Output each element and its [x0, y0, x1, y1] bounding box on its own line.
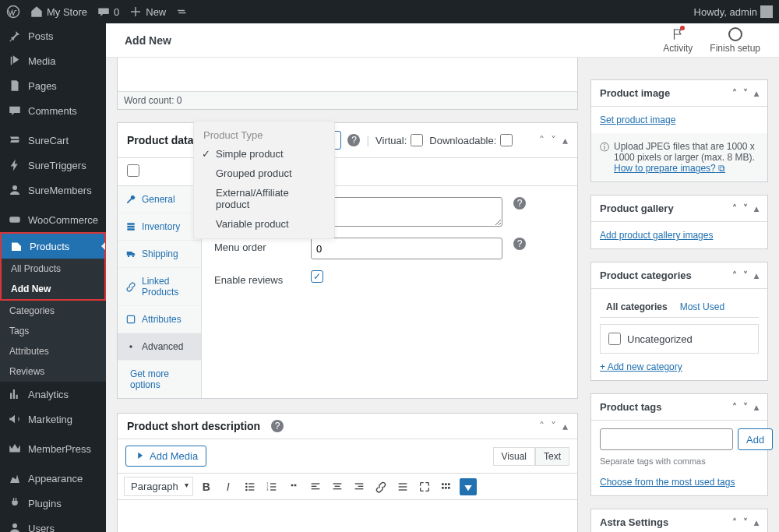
category-uncategorized[interactable]: Uncategorized — [608, 333, 750, 345]
submenu-categories[interactable]: Categories — [0, 301, 106, 321]
add-new-category-link[interactable]: + Add new category — [600, 361, 682, 372]
move-up-icon[interactable]: ˄ — [732, 517, 737, 528]
move-up-icon[interactable]: ˄ — [539, 420, 545, 432]
move-up-icon[interactable]: ˄ — [732, 88, 737, 99]
move-up-icon[interactable]: ˄ — [732, 203, 737, 214]
editor-canvas[interactable] — [118, 58, 577, 91]
virtual-checkbox[interactable] — [411, 134, 423, 146]
uncategorized-checkbox[interactable] — [608, 333, 621, 345]
add-media-button[interactable]: Add Media — [125, 446, 206, 467]
sidebar-item-appearance[interactable]: Appearance — [0, 466, 106, 491]
align-center-button[interactable] — [329, 478, 346, 495]
stray-checkbox[interactable] — [127, 164, 139, 177]
fullscreen-button[interactable] — [416, 478, 433, 495]
tab-shipping[interactable]: Shipping — [118, 241, 201, 268]
submenu-reviews[interactable]: Reviews — [0, 361, 106, 382]
toggle-icon[interactable]: ▴ — [754, 517, 759, 528]
submenu-add-new[interactable]: Add New — [2, 279, 104, 299]
comments-link[interactable]: 0 — [97, 5, 119, 19]
bold-button[interactable]: B — [198, 478, 215, 495]
move-down-icon[interactable]: ˅ — [743, 402, 748, 413]
toggle-icon[interactable]: ▴ — [754, 88, 759, 99]
sidebar-item-marketing[interactable]: Marketing — [0, 407, 106, 432]
tab-attributes[interactable]: Attributes — [118, 306, 201, 333]
short-description-editor[interactable] — [118, 499, 577, 532]
tag-input[interactable] — [600, 428, 733, 450]
set-product-image-link[interactable]: Set product image — [600, 115, 675, 125]
account-link[interactable]: Howdy, admin — [694, 5, 773, 18]
italic-button[interactable]: I — [220, 478, 237, 495]
move-down-icon[interactable]: ˅ — [743, 517, 748, 528]
move-down-icon[interactable]: ˅ — [743, 203, 748, 214]
text-tab[interactable]: Text — [535, 447, 569, 466]
submenu-all-products[interactable]: All Products — [2, 259, 104, 279]
sidebar-item-pages[interactable]: Pages — [0, 73, 106, 98]
tab-general[interactable]: General — [118, 186, 201, 213]
choose-most-used-tags-link[interactable]: Choose from the most used tags — [600, 477, 735, 488]
finish-setup-button[interactable]: Finish setup — [710, 27, 760, 54]
sidebar-item-suretriggers[interactable]: SureTriggers — [0, 153, 106, 178]
all-categories-tab[interactable]: All categories — [600, 297, 674, 317]
downloadable-toggle[interactable]: Downloadable: — [429, 134, 513, 146]
activity-button[interactable]: Activity — [663, 27, 693, 54]
toolbar-toggle-button[interactable] — [438, 478, 455, 495]
bullet-list-button[interactable] — [241, 478, 259, 495]
move-down-icon[interactable]: ˅ — [551, 420, 556, 432]
add-gallery-images-link[interactable]: Add product gallery images — [600, 230, 713, 241]
most-used-tab[interactable]: Most Used — [674, 297, 731, 317]
move-down-icon[interactable]: ˅ — [743, 88, 748, 99]
purchase-note-textarea[interactable] — [311, 197, 502, 227]
sidebar-item-woocommerce[interactable]: WooCommerce — [0, 207, 106, 232]
toggle-icon[interactable]: ▴ — [562, 134, 568, 146]
submenu-attributes[interactable]: Attributes — [0, 341, 106, 361]
quote-button[interactable] — [285, 478, 302, 495]
how-to-prepare-link[interactable]: How to prepare images? ⧉ — [614, 163, 725, 174]
insert-more-button[interactable] — [394, 478, 411, 495]
sidebar-item-analytics[interactable]: Analytics — [0, 382, 106, 407]
move-down-icon[interactable]: ˅ — [551, 134, 556, 146]
help-icon[interactable]: ? — [513, 238, 526, 250]
submenu-tags[interactable]: Tags — [0, 321, 106, 341]
visual-tab[interactable]: Visual — [493, 447, 535, 466]
virtual-toggle[interactable]: Virtual: — [375, 134, 423, 146]
toggle-icon[interactable]: ▴ — [754, 203, 759, 214]
numbered-list-button[interactable]: 123 — [263, 478, 280, 495]
move-up-icon[interactable]: ˄ — [732, 402, 737, 413]
sidebar-item-posts[interactable]: Posts — [0, 23, 106, 48]
help-icon[interactable]: ? — [513, 197, 526, 210]
dropdown-option-variable[interactable]: Variable product — [194, 214, 334, 234]
sidebar-item-memberpress[interactable]: MemberPress — [0, 436, 106, 461]
tab-get-more[interactable]: Get more options — [118, 361, 201, 398]
tool-icon[interactable] — [175, 5, 189, 19]
toggle-icon[interactable]: ▴ — [754, 402, 759, 413]
site-link[interactable]: My Store — [30, 5, 87, 19]
dropdown-option-simple[interactable]: Simple product — [194, 144, 334, 164]
wp-logo-icon[interactable] — [6, 5, 20, 19]
enable-reviews-checkbox[interactable]: ✓ — [311, 270, 323, 283]
format-select[interactable]: Paragraph — [124, 477, 193, 496]
sidebar-item-products[interactable]: Products — [2, 234, 104, 259]
tab-inventory[interactable]: Inventory — [118, 213, 201, 241]
new-content-link[interactable]: New — [129, 5, 166, 19]
sidebar-item-plugins[interactable]: Plugins — [0, 491, 106, 516]
add-tag-button[interactable]: Add — [738, 428, 773, 450]
color-button[interactable] — [460, 478, 477, 495]
dropdown-option-grouped[interactable]: Grouped product — [194, 164, 334, 183]
downloadable-checkbox[interactable] — [500, 134, 513, 146]
move-up-icon[interactable]: ˄ — [732, 270, 737, 281]
tab-advanced[interactable]: Advanced — [118, 333, 201, 361]
sidebar-item-comments[interactable]: Comments — [0, 98, 106, 123]
sidebar-item-users[interactable]: Users — [0, 516, 106, 532]
help-icon[interactable]: ? — [271, 420, 284, 432]
menu-order-input[interactable] — [311, 238, 502, 259]
align-right-button[interactable] — [351, 478, 368, 495]
sidebar-item-media[interactable]: Media — [0, 48, 106, 73]
dropdown-option-external[interactable]: External/Affiliate product — [194, 183, 334, 214]
tab-linked[interactable]: Linked Products — [118, 268, 201, 306]
sidebar-item-suremembers[interactable]: SureMembers — [0, 178, 106, 203]
move-up-icon[interactable]: ˄ — [539, 134, 545, 146]
align-left-button[interactable] — [307, 478, 324, 495]
help-icon[interactable]: ? — [347, 134, 360, 146]
toggle-icon[interactable]: ▴ — [754, 270, 759, 281]
link-button[interactable] — [372, 478, 390, 495]
